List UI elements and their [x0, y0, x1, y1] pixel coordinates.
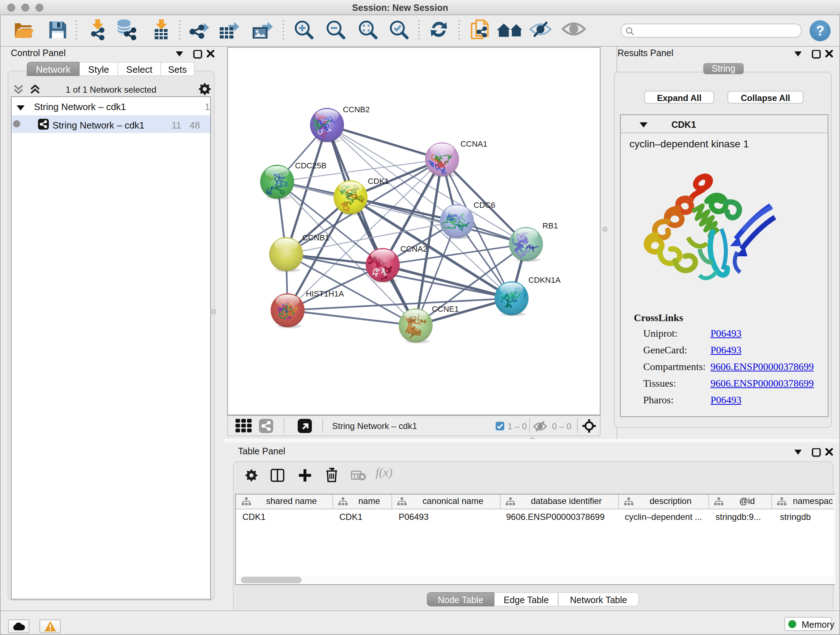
- svg-text:RB1: RB1: [543, 221, 558, 230]
- svg-text:CDC25B: CDC25B: [295, 161, 327, 170]
- svg-text:CDC6: CDC6: [474, 201, 495, 210]
- svg-text:HIST1H1A: HIST1H1A: [306, 289, 344, 298]
- svg-text:CCNA1: CCNA1: [461, 139, 488, 149]
- svg-text:CCNB2: CCNB2: [343, 105, 370, 114]
- svg-text:CDK1: CDK1: [368, 177, 389, 186]
- svg-text:CCNB1: CCNB1: [302, 233, 330, 242]
- svg-text:CCNE1: CCNE1: [432, 304, 459, 314]
- svg-text:CDKN1A: CDKN1A: [528, 276, 561, 285]
- svg-text:CCNA2: CCNA2: [401, 244, 428, 253]
